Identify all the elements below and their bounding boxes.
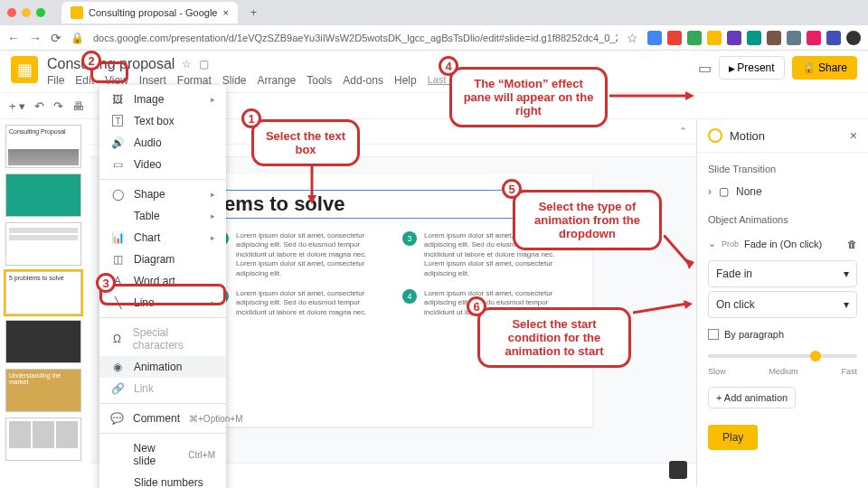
speed-slider[interactable] <box>708 354 857 358</box>
lock-icon: 🔒 <box>71 32 84 44</box>
ext-icon[interactable] <box>767 31 781 45</box>
present-fullscreen-button[interactable] <box>669 461 687 479</box>
chevron-down-icon: ⌄ <box>708 238 716 249</box>
animation-icon: ◉ <box>110 361 125 373</box>
line-icon: ╲ <box>110 296 125 309</box>
transition-none-icon: ▢ <box>719 185 729 198</box>
ext-icon[interactable] <box>687 31 702 45</box>
ext-icon[interactable] <box>647 31 662 45</box>
max-dot[interactable] <box>36 8 45 17</box>
new-tab-button[interactable]: + <box>250 6 257 19</box>
link-icon: 🔗 <box>110 382 125 395</box>
menu-special-chars: ΩSpecial characters <box>99 322 226 356</box>
print-button[interactable]: 🖶 <box>72 99 84 113</box>
svg-marker-1 <box>307 195 316 204</box>
min-dot[interactable] <box>22 8 31 17</box>
move-doc-icon[interactable]: ▢ <box>199 58 209 70</box>
menu-file[interactable]: File <box>47 74 64 87</box>
extension-icons <box>647 31 861 45</box>
motion-title: Motion <box>730 129 843 143</box>
back-icon[interactable]: ← <box>7 31 20 45</box>
insert-menu-dropdown: 🖼Image▸ 🅃Text box 🔊Audio ▭Video ◯Shape▸ … <box>99 85 226 488</box>
by-paragraph-checkbox[interactable]: By paragraph <box>697 322 868 347</box>
menu-comment[interactable]: 💬Comment⌘+Option+M <box>99 408 226 429</box>
menu-animation[interactable]: ◉Animation <box>99 356 226 378</box>
menu-slide-numbers[interactable]: Slide numbers <box>99 472 226 488</box>
menu-tools[interactable]: Tools <box>307 74 332 87</box>
ext-icon[interactable] <box>826 31 841 45</box>
ext-icon[interactable] <box>667 31 682 45</box>
animation-type-dropdown[interactable]: Fade in▾ <box>708 260 857 287</box>
share-button[interactable]: 🔒 Share <box>792 56 857 80</box>
address-bar: ← → ⟳ 🔒 docs.google.com/presentation/d/1… <box>0 25 868 51</box>
browser-tab[interactable]: Consulting proposal - Google × <box>61 2 238 23</box>
ext-icon[interactable] <box>747 31 761 45</box>
menu-diagram[interactable]: ◫Diagram <box>99 249 226 270</box>
star-doc-icon[interactable]: ☆ <box>182 58 192 70</box>
doc-title[interactable]: Consulting proposal <box>47 56 175 72</box>
close-dot[interactable] <box>7 8 16 17</box>
present-button[interactable]: Present <box>719 56 785 80</box>
thumb-7[interactable] <box>5 418 81 461</box>
lorem-text: Lorem ipsum dolor sit amet, consectetur … <box>236 289 384 317</box>
menu-table[interactable]: Table▸ <box>99 205 226 227</box>
transition-row[interactable]: › ▢ None <box>697 180 868 203</box>
add-animation-button[interactable]: + Add animation <box>708 387 796 408</box>
menu-help[interactable]: Help <box>394 74 417 87</box>
menu-arrange[interactable]: Arrange <box>258 74 297 87</box>
slide-transition-label: Slide Transition <box>697 153 868 180</box>
reload-icon[interactable]: ⟳ <box>51 31 61 45</box>
ext-icon[interactable] <box>727 31 741 45</box>
url-text[interactable]: docs.google.com/presentation/d/1eVQzSZB9… <box>93 33 618 43</box>
menu-new-slide[interactable]: New slideCtrl+M <box>99 437 226 472</box>
menu-addons[interactable]: Add-ons <box>343 74 383 87</box>
chevron-down-icon: ▾ <box>844 267 849 280</box>
thumb-6[interactable]: Understanding the market <box>5 369 81 412</box>
menu-line[interactable]: ╲Line▸ <box>99 292 226 314</box>
callout-6: Select the start condition for the anima… <box>477 307 631 368</box>
callout-1: Select the text box <box>251 119 360 166</box>
collapse-toolbar-icon[interactable]: ⌃ <box>679 126 687 137</box>
checkbox-icon <box>708 329 719 340</box>
slider-handle[interactable] <box>810 351 821 361</box>
comments-icon[interactable]: ▭ <box>698 60 712 77</box>
start-condition-dropdown[interactable]: On click▾ <box>708 291 857 318</box>
menu-image[interactable]: 🖼Image▸ <box>99 89 226 110</box>
star-icon[interactable]: ☆ <box>627 31 638 45</box>
thumb-2[interactable] <box>5 174 81 217</box>
forward-icon[interactable]: → <box>29 31 42 45</box>
callout-badge-6: 6 <box>467 296 486 316</box>
close-icon[interactable]: × <box>850 128 857 143</box>
profile-avatar[interactable] <box>846 31 861 45</box>
delete-anim-icon[interactable]: 🗑 <box>847 239 857 249</box>
tab-title: Consulting proposal - Google <box>89 7 217 18</box>
slider-labels: SlowMediumFast <box>697 365 868 378</box>
thumb-4-selected[interactable]: 5 problems to solve <box>5 271 81 314</box>
menu-textbox[interactable]: 🅃Text box <box>99 110 226 132</box>
redo-button[interactable]: ↷ <box>53 99 63 113</box>
menu-audio[interactable]: 🔊Audio <box>99 132 226 154</box>
menu-shape[interactable]: ◯Shape▸ <box>99 183 226 205</box>
svg-line-6 <box>633 304 687 313</box>
special-icon: Ω <box>110 333 124 345</box>
menu-video[interactable]: ▭Video <box>99 154 226 175</box>
undo-button[interactable]: ↶ <box>34 99 44 113</box>
new-slide-button[interactable]: + ▾ <box>9 99 25 113</box>
menu-wordart[interactable]: AWord art <box>99 270 226 292</box>
ext-icon[interactable] <box>787 31 801 45</box>
play-button[interactable]: Play <box>708 425 758 450</box>
tab-close-icon[interactable]: × <box>222 7 228 18</box>
slides-app-icon[interactable]: ▦ <box>11 56 38 83</box>
callout-badge-5: 5 <box>502 179 522 199</box>
thumb-1[interactable]: Consulting Proposal <box>5 125 81 168</box>
menu-chart[interactable]: 📊Chart▸ <box>99 227 226 249</box>
ext-icon[interactable] <box>807 31 821 45</box>
thumb-5[interactable] <box>5 320 81 363</box>
menu-slide[interactable]: Slide <box>222 74 247 87</box>
ext-icon[interactable] <box>707 31 722 45</box>
animation-row[interactable]: ⌄ Prob Fade in (On click) 🗑 <box>697 230 868 257</box>
macos-titlebar: Consulting proposal - Google × + <box>0 0 868 25</box>
menu-edit[interactable]: Edit <box>75 74 94 87</box>
slide-thumbnails: Consulting Proposal 5 problems to solve … <box>0 119 90 486</box>
thumb-3[interactable] <box>5 222 81 266</box>
